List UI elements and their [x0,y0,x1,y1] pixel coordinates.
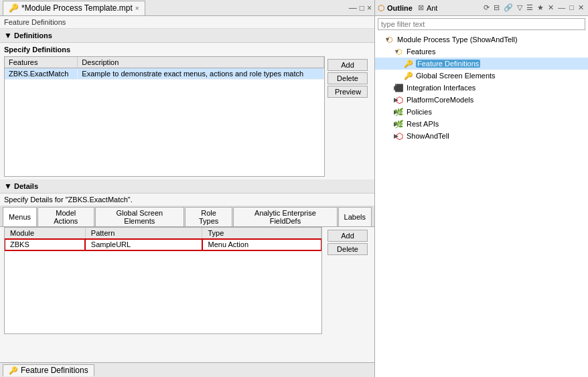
tab-global-screen[interactable]: Global Screen Elements [95,207,184,226]
add-button[interactable]: Add [327,59,368,71]
features-table: Features Description ZBKS.ExactMatch Exa… [5,57,324,80]
show-icon: ⬡ [394,131,405,141]
file-tab-title: *Module Process Template.mpt [21,3,133,13]
close-view-icon[interactable]: ✕ [546,3,555,12]
tab-labels[interactable]: Labels [338,207,372,226]
tab-role-types[interactable]: Role Types [185,207,232,226]
outline-icons: ⟳ ⊟ 🔗 ▽ ☰ ★ ✕ — □ ✕ [482,3,585,12]
rest-arrow: ▶ [375,121,394,127]
bottom-tab[interactable]: 🔑 Feature Definitions [3,364,94,376]
tree-platform[interactable]: ▶ ⬡ PlatformCoreModels [375,94,588,106]
tree-feature-definitions[interactable]: 🔑 Feature Definitions [375,58,588,70]
description-cell: Example to demonstrate exact menus, acti… [78,68,324,80]
policies-label: Policies [407,108,432,116]
tab-model-actions[interactable]: Model Actions [38,207,94,226]
left-panel: 🔑 *Module Process Template.mpt × — □ × F… [0,0,375,377]
rest-icon: 🌿 [394,119,405,129]
features-arrow: ▼ [375,48,394,55]
module-col-header: Module [5,228,85,239]
integration-label: Integration Interfaces [407,84,475,92]
delete-button[interactable]: Delete [327,72,368,84]
features-col-header: Features [5,57,78,68]
outline-title: Outline [387,4,413,12]
minimize-icon[interactable]: — [349,3,357,13]
sync-icon[interactable]: ⟳ [482,3,491,12]
menu-icon[interactable]: ☰ [525,3,534,12]
tab-controls: — □ × [349,3,372,13]
policies-arrow: ▶ [375,108,394,115]
file-tab[interactable]: 🔑 *Module Process Template.mpt × [3,1,145,15]
close-panel-right-icon[interactable]: ✕ [577,3,585,12]
description-col-header: Description [78,57,324,68]
tab-menus[interactable]: Menus [3,207,37,226]
tree-integration[interactable]: ▶ ⬛ Integration Interfaces [375,82,588,94]
specify-definitions-label: Specify Definitions [0,43,374,56]
star-icon[interactable]: ★ [536,3,545,12]
ant-label: Ant [427,4,438,12]
menus-table: Module Pattern Type ZBKS SampleURL Menu … [5,228,321,250]
details-table: Module Pattern Type ZBKS SampleURL Menu … [4,227,322,334]
details-add-button[interactable]: Add [327,230,368,242]
close-panel-icon[interactable]: × [367,3,372,13]
table-row[interactable]: ZBKS.ExactMatch Example to demonstrate e… [5,68,324,80]
bottom-tab-bar: 🔑 Feature Definitions [0,362,374,377]
tree-global-screen[interactable]: 🔑 Global Screen Elements [375,70,588,82]
root-arrow: ▼ [375,36,384,43]
global-screen-icon: 🔑 [403,70,414,81]
platform-icon: ⬡ [394,94,405,105]
filter-input[interactable] [378,18,585,30]
filter-icon[interactable]: ▽ [516,3,524,12]
root-icon: ⬡ [384,34,395,45]
features-label: Features [407,48,435,56]
outline-separator: ⊠ [418,3,424,12]
minimize-view-icon[interactable]: — [557,3,567,12]
platform-arrow: ▶ [375,96,394,103]
pattern-cell: SampleURL [85,239,202,250]
upper-table: Features Description ZBKS.ExactMatch Exa… [4,56,325,177]
maximize-view-icon[interactable]: □ [568,3,575,12]
maximize-icon[interactable]: □ [360,3,364,13]
outline-header: ⬡ Outline ⊠ Ant ⟳ ⊟ 🔗 ▽ ☰ ★ ✕ — □ ✕ [375,0,588,16]
file-tab-close[interactable]: × [135,5,139,12]
show-label: ShowAndTell [407,132,449,140]
feature-definitions-label: Feature Definitions [416,60,480,68]
tree-root[interactable]: ▼ ⬡ Module Process Type (ShowAndTell) [375,33,588,46]
upper-buttons: Add Delete Preview [325,56,370,177]
platform-label: PlatformCoreModels [407,96,473,104]
integration-icon: ⬛ [394,82,405,93]
type-col-header: Type [202,228,321,239]
right-panel: ⬡ Outline ⊠ Ant ⟳ ⊟ 🔗 ▽ ☰ ★ ✕ — □ ✕ ▼ ⬡ … [375,0,588,377]
file-tab-icon: 🔑 [9,3,19,13]
details-tabs-bar: Menus Model Actions Global Screen Elemen… [0,206,374,227]
upper-content: Features Description ZBKS.ExactMatch Exa… [0,56,374,177]
features-icon: ⬡ [394,46,405,57]
pattern-col-header: Pattern [85,228,202,239]
details-buttons: Add Delete [325,227,370,360]
tab-bar: 🔑 *Module Process Template.mpt × — □ × [0,0,374,16]
type-cell: Menu Action [202,239,321,250]
details-for-label: Specify Details for "ZBKS.ExactMatch". [0,194,374,206]
rest-label: Rest APIs [407,120,439,128]
details-delete-button[interactable]: Delete [327,243,368,255]
tree-rest[interactable]: ▶ 🌿 Rest APIs [375,118,588,130]
preview-button[interactable]: Preview [327,86,368,98]
collapse-icon[interactable]: ⊟ [492,3,501,12]
breadcrumb: Feature Definitions [0,16,374,29]
details-arrow: ▼ [4,181,12,191]
details-table-row[interactable]: ZBKS SampleURL Menu Action [5,239,321,250]
link-icon[interactable]: 🔗 [502,3,514,12]
outline-module-icon: ⬡ [378,3,384,13]
module-cell: ZBKS [5,239,85,250]
tab-analytic[interactable]: Analytic Enterprise FieldDefs [233,207,337,226]
tree-show[interactable]: ▶ ⬡ ShowAndTell [375,130,588,142]
definitions-header[interactable]: ▼ Definitions [0,29,374,43]
details-header[interactable]: ▼ Details [0,179,374,194]
feature-cell: ZBKS.ExactMatch [5,68,78,80]
tree-policies[interactable]: ▶ 🌿 Policies [375,106,588,118]
tree-container: ▼ ⬡ Module Process Type (ShowAndTell) ▼ … [375,32,588,377]
show-arrow: ▶ [375,133,394,139]
definitions-arrow: ▼ [4,31,12,40]
bottom-tab-label: Feature Definitions [21,366,88,375]
tree-features[interactable]: ▼ ⬡ Features [375,46,588,58]
global-screen-label: Global Screen Elements [416,72,496,80]
